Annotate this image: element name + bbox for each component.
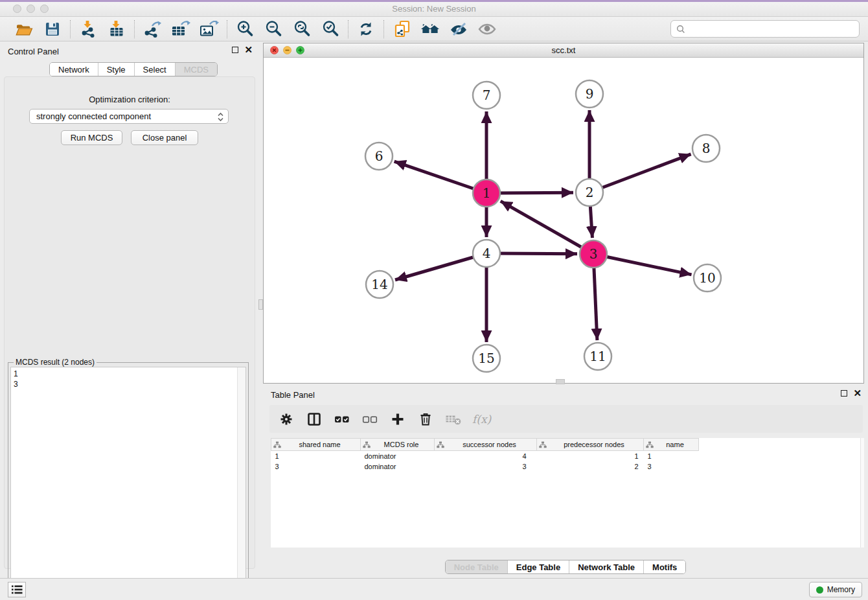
optimization-criterion-select[interactable]: strongly connected component xyxy=(29,109,229,124)
table-cell[interactable]: 1 xyxy=(644,451,699,461)
zoom-fit-icon[interactable] xyxy=(292,19,312,39)
export-network-icon[interactable] xyxy=(143,19,162,39)
table-cell[interactable]: 1 xyxy=(271,451,361,461)
graph-node-8[interactable]: 8 xyxy=(692,135,720,162)
column-header-successor-nodes[interactable]: successor nodes xyxy=(435,439,537,451)
column-header-predecessor-nodes[interactable]: predecessor nodes xyxy=(537,439,644,451)
table-panel-title: Table Panel xyxy=(271,390,315,400)
search-box[interactable] xyxy=(670,20,860,38)
toolbar-group xyxy=(384,19,505,39)
zoom-in-icon[interactable] xyxy=(235,19,255,39)
column-label: shared name xyxy=(281,441,358,448)
float-panel-icon[interactable] xyxy=(232,47,238,53)
task-history-button[interactable] xyxy=(8,582,26,597)
graph-edge-3-1[interactable] xyxy=(501,201,593,254)
graph-node-1[interactable]: 1 xyxy=(473,179,500,207)
zoom-selected-icon[interactable] xyxy=(321,19,340,39)
optimization-criterion-value: strongly connected component xyxy=(36,111,151,121)
table-cell[interactable]: 1 xyxy=(537,451,644,461)
graph-node-label: 10 xyxy=(699,270,715,286)
export-table-icon[interactable] xyxy=(171,19,190,39)
graph-edge-3-10[interactable] xyxy=(593,254,692,275)
column-label: predecessor nodes xyxy=(547,441,641,448)
import-network-icon[interactable] xyxy=(78,19,98,39)
column-type-icon xyxy=(646,441,654,448)
tab-network[interactable]: Network xyxy=(50,63,98,76)
graph-node-9[interactable]: 9 xyxy=(576,80,603,108)
mcds-result-title: MCDS result (2 nodes) xyxy=(14,358,97,367)
table-body-background: shared nameMCDS rolesuccessor nodesprede… xyxy=(271,438,860,548)
graph-node-2[interactable]: 2 xyxy=(576,179,603,206)
vertical-splitter-grip[interactable] xyxy=(258,299,263,310)
mcds-result-textarea[interactable]: 13 xyxy=(10,367,246,600)
clone-network-icon[interactable] xyxy=(392,19,411,39)
column-type-icon xyxy=(363,441,371,448)
delete-row-icon[interactable] xyxy=(417,410,435,428)
export-image-icon[interactable] xyxy=(200,19,219,39)
graph-edge-1-6[interactable] xyxy=(394,161,486,193)
column-header-shared-name[interactable]: shared name xyxy=(271,439,361,451)
graph-node-15[interactable]: 15 xyxy=(473,345,500,372)
settings-icon[interactable] xyxy=(277,410,295,428)
graph-node-label: 1 xyxy=(483,185,491,201)
tab-style[interactable]: Style xyxy=(98,63,135,76)
float-table-panel-icon[interactable] xyxy=(841,390,847,397)
network-window-titlebar[interactable]: scc.txt xyxy=(264,43,863,58)
graph-node-14[interactable]: 14 xyxy=(366,271,393,298)
close-panel-icon[interactable]: ✕ xyxy=(244,46,253,54)
table-cell[interactable]: dominator xyxy=(361,451,435,461)
graph-node-7[interactable]: 7 xyxy=(473,82,500,109)
table-row[interactable]: 1dominator411 xyxy=(271,451,699,461)
refresh-icon[interactable] xyxy=(356,19,376,39)
tab-node-table[interactable]: Node Table xyxy=(446,560,508,573)
import-table-icon[interactable] xyxy=(107,19,126,39)
table-vertical-scrollbar[interactable] xyxy=(860,438,864,548)
table-cell[interactable]: 2 xyxy=(537,461,644,472)
tab-mcds[interactable]: MCDS xyxy=(176,63,217,76)
add-row-icon[interactable] xyxy=(389,410,407,428)
graph-node-6[interactable]: 6 xyxy=(365,143,393,170)
column-type-icon xyxy=(437,441,444,448)
close-table-panel-icon[interactable]: ✕ xyxy=(853,389,862,397)
hide-eye-icon[interactable] xyxy=(449,19,468,39)
memory-button[interactable]: Memory xyxy=(809,582,862,597)
tab-edge-table[interactable]: Edge Table xyxy=(508,560,569,573)
table-cell[interactable]: 3 xyxy=(435,461,537,472)
select-all-checks-icon[interactable] xyxy=(333,410,351,428)
graph-node-3[interactable]: 3 xyxy=(580,240,607,268)
table-tabs-row: Node TableEdge TableNetwork TableMotifs xyxy=(263,560,868,574)
run-mcds-button[interactable]: Run MCDS xyxy=(61,130,122,145)
search-input[interactable] xyxy=(689,23,854,34)
tab-network-table[interactable]: Network Table xyxy=(569,560,644,573)
graph-node-11[interactable]: 11 xyxy=(584,343,611,370)
open-folder-icon[interactable] xyxy=(14,19,34,39)
show-eye-icon[interactable] xyxy=(477,19,497,39)
delete-table-icon[interactable] xyxy=(444,410,463,428)
graph-node-4[interactable]: 4 xyxy=(473,240,500,267)
deselect-checks-icon[interactable] xyxy=(361,410,379,428)
save-icon[interactable] xyxy=(43,19,62,39)
close-panel-button[interactable]: Close panel xyxy=(131,130,198,145)
table-row[interactable]: 3dominator323 xyxy=(271,461,699,472)
table-cell[interactable]: 3 xyxy=(271,461,361,472)
table-cell[interactable]: dominator xyxy=(361,461,435,472)
table-cell[interactable]: 3 xyxy=(644,461,699,472)
columns-icon[interactable] xyxy=(305,410,323,428)
tab-select[interactable]: Select xyxy=(135,63,176,76)
tab-motifs[interactable]: Motifs xyxy=(644,560,685,573)
horizontal-splitter-grip[interactable] xyxy=(556,379,565,384)
network-canvas[interactable]: 7968124314101511 xyxy=(264,58,863,383)
column-header-MCDS-role[interactable]: MCDS role xyxy=(361,439,435,451)
column-header-name[interactable]: name xyxy=(644,439,699,451)
graph-edge-2-8[interactable] xyxy=(589,154,691,192)
column-type-icon xyxy=(539,441,547,448)
home-pair-icon[interactable] xyxy=(420,19,440,39)
result-scrollbar[interactable] xyxy=(237,367,246,600)
zoom-out-icon[interactable] xyxy=(264,19,283,39)
graph-node-label: 15 xyxy=(478,351,494,366)
column-label: name xyxy=(654,441,696,448)
table-cell[interactable]: 4 xyxy=(435,451,537,461)
graph-node-10[interactable]: 10 xyxy=(694,264,721,292)
control-panel-title: Control Panel xyxy=(8,47,59,56)
window-titlebar[interactable]: Session: New Session xyxy=(0,2,868,17)
